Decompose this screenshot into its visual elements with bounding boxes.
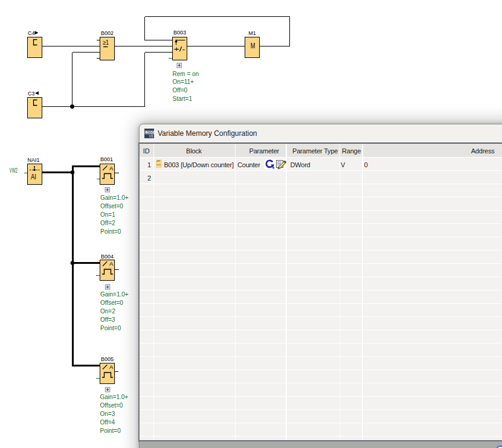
- svg-text:Off=3: Off=3: [100, 316, 115, 323]
- svg-text:C4: C4: [28, 30, 35, 36]
- svg-text:AI: AI: [31, 173, 36, 181]
- svg-text:B001: B001: [100, 156, 113, 162]
- svg-text:Point=0: Point=0: [100, 228, 121, 235]
- svg-text:VW2: VW2: [10, 167, 18, 174]
- svg-text:On=3: On=3: [100, 411, 115, 417]
- svg-text:Off=2: Off=2: [100, 220, 115, 226]
- svg-text:C3: C3: [28, 91, 35, 97]
- svg-text:B005: B005: [101, 356, 114, 362]
- svg-text:B002: B002: [101, 30, 114, 36]
- svg-text:Rem = on: Rem = on: [173, 71, 199, 77]
- svg-text:V8: V8: [149, 134, 153, 138]
- svg-text:B004: B004: [101, 254, 114, 260]
- svg-text:On=2: On=2: [100, 308, 115, 315]
- svg-text:M: M: [251, 42, 256, 50]
- svg-text:+/-: +/-: [174, 45, 185, 53]
- svg-text:Off=0: Off=0: [173, 87, 188, 94]
- svg-text:B003: B003: [173, 30, 186, 36]
- svg-text:Offset=0: Offset=0: [100, 402, 123, 409]
- svg-text:Gain=1.0+: Gain=1.0+: [100, 194, 129, 201]
- svg-text:M1: M1: [248, 30, 256, 36]
- svg-text:Start=1: Start=1: [173, 95, 193, 102]
- svg-text:Off=4: Off=4: [100, 419, 115, 426]
- svg-text:Offset=0: Offset=0: [100, 203, 123, 210]
- svg-text:Gain=1.0+: Gain=1.0+: [100, 394, 129, 400]
- svg-text:≥1: ≥1: [103, 39, 109, 46]
- svg-text:On=11+: On=11+: [173, 78, 195, 85]
- svg-text:On=1: On=1: [100, 211, 115, 218]
- svg-text:A: A: [109, 165, 114, 171]
- svg-text:Point=0: Point=0: [100, 427, 121, 434]
- svg-text:A: A: [109, 363, 114, 370]
- svg-text:Gain=1.0+: Gain=1.0+: [100, 291, 129, 298]
- svg-text:Point=0: Point=0: [100, 325, 121, 331]
- svg-text:Offset=0: Offset=0: [100, 299, 123, 306]
- svg-text:NAI1: NAI1: [27, 157, 39, 163]
- svg-text:A: A: [109, 260, 114, 267]
